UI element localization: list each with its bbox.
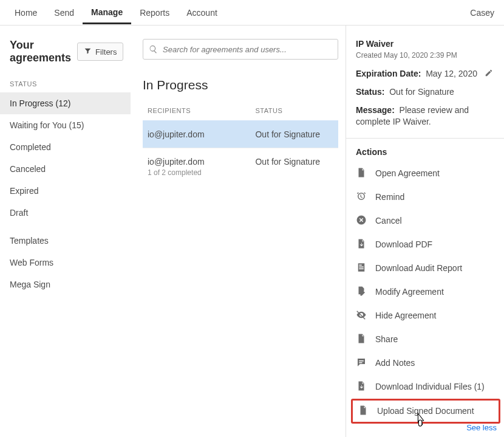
table-row[interactable]: io@jupiter.dom 1 of 2 completed Out for … [143,148,338,185]
action-label: Download Individual Files (1) [375,382,485,391]
document-icon [356,167,367,180]
sidebar-item-templates[interactable]: Templates [0,230,131,252]
status-label: Status: [356,87,384,97]
action-label: Open Agreement [375,168,440,178]
nav-send[interactable]: Send [46,2,83,23]
filters-button[interactable]: Filters [77,43,123,61]
action-download-individual[interactable]: Download Individual Files (1) [356,375,495,399]
download-icon [356,238,367,251]
action-download-audit[interactable]: Download Audit Report [356,256,495,280]
created-date: Created May 10, 2020 2:39 PM [356,51,495,60]
message-label: Message: [356,105,395,115]
action-cancel[interactable]: Cancel [356,209,495,233]
action-share[interactable]: Share [356,328,495,351]
action-label: Modify Agreement [375,287,444,297]
edit-expiration-button[interactable] [485,69,493,81]
main-content: In Progress RECIPIENTS STATUS io@jupiter… [131,26,346,437]
col-header-status: STATUS [255,107,333,114]
sidebar-item-web-forms[interactable]: Web Forms [0,252,131,274]
clock-icon [356,191,367,204]
action-label: Cancel [375,216,402,225]
user-menu[interactable]: Casey [466,8,498,18]
upload-icon [358,405,369,418]
nav-account[interactable]: Account [178,2,226,23]
col-header-recipients: RECIPIENTS [148,107,255,114]
cell-recipient: io@jupiter.dom [148,129,255,139]
section-label-status: STATUS [0,75,131,92]
action-hide-agreement[interactable]: Hide Agreement [356,304,495,328]
sidebar-item-draft[interactable]: Draft [0,202,131,224]
action-label: Hide Agreement [375,311,436,320]
table-header: RECIPIENTS STATUS [143,107,338,120]
hide-icon [356,309,367,322]
sidebar-item-in-progress[interactable]: In Progress (12) [0,92,131,114]
sidebar-title: Your agreements [10,39,71,64]
top-nav: Home Send Manage Reports Account Casey [0,0,504,26]
cell-recipient: io@jupiter.dom [148,157,255,167]
see-less-link[interactable]: See less [466,423,497,432]
sidebar-item-waiting[interactable]: Waiting for You (15) [0,114,131,136]
sidebar-item-mega-sign[interactable]: Mega Sign [0,274,131,295]
action-label: Share [375,334,398,344]
action-label: Upload Signed Document [377,406,474,416]
cell-status: Out for Signature [255,157,333,177]
nav-home[interactable]: Home [6,2,46,23]
nav-manage[interactable]: Manage [83,1,131,24]
expiration-label: Expiration Date: [356,69,421,78]
detail-panel: IP Waiver Created May 10, 2020 2:39 PM E… [346,26,504,437]
sidebar-item-canceled[interactable]: Canceled [0,158,131,180]
action-modify-agreement[interactable]: Modify Agreement [356,280,495,304]
action-open-agreement[interactable]: Open Agreement [356,162,495,185]
cell-status: Out for Signature [255,129,333,139]
action-label: Download Audit Report [375,263,462,273]
action-label: Add Notes [375,358,415,368]
filter-icon [84,47,92,57]
expiration-value: May 12, 2020 [426,69,477,78]
share-icon [356,333,367,346]
edit-icon [356,286,367,298]
status-value: Out for Signature [389,87,454,97]
agreement-title: IP Waiver [356,39,495,49]
action-label: Remind [375,192,404,202]
actions-heading: Actions [356,147,495,157]
download-icon [356,380,367,393]
page-title: In Progress [143,78,338,92]
sidebar-item-expired[interactable]: Expired [0,180,131,202]
action-remind[interactable]: Remind [356,185,495,209]
action-add-notes[interactable]: Add Notes [356,351,495,375]
action-upload-signed[interactable]: Upload Signed Document [351,399,500,424]
cancel-icon [356,215,367,227]
filters-label: Filters [95,47,117,57]
nav-reports[interactable]: Reports [131,2,178,23]
table-row[interactable]: io@jupiter.dom Out for Signature [143,120,338,148]
notes-icon [356,357,367,370]
report-icon [356,262,367,275]
sidebar: Your agreements Filters STATUS In Progre… [0,26,131,437]
search-input[interactable] [143,39,338,60]
action-download-pdf[interactable]: Download PDF [356,233,495,256]
action-label: Download PDF [375,239,432,249]
sidebar-item-completed[interactable]: Completed [0,136,131,158]
cell-subtext: 1 of 2 completed [148,168,255,177]
